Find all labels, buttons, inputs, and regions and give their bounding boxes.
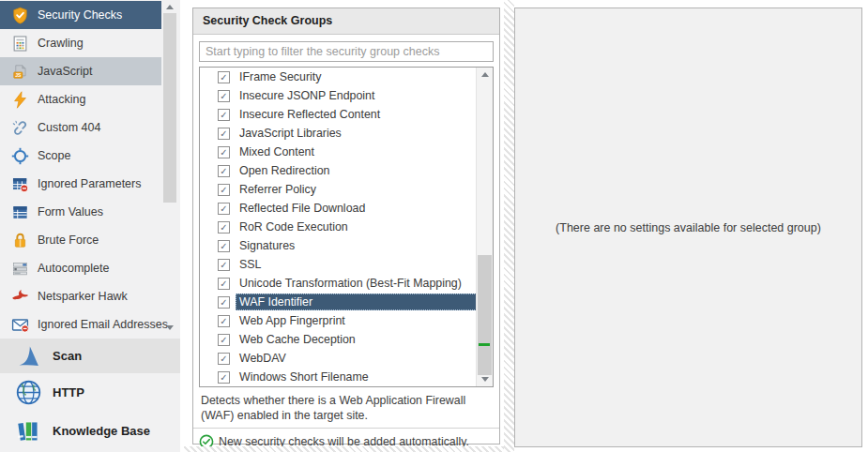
sidebar-item-label: Autocomplete [38,262,109,275]
check-label[interactable]: Insecure JSONP Endpoint [236,87,477,104]
security-check-row-ssl[interactable]: ✓SSL [200,255,477,274]
security-check-row-unicode-transformation-best-fit-mapping[interactable]: ✓Unicode Transformation (Best-Fit Mappin… [200,274,477,293]
security-check-row-referrer-policy[interactable]: ✓Referrer Policy [200,180,477,199]
check-label[interactable]: Open Redirection [236,162,477,179]
checkbox[interactable]: ✓ [218,371,230,384]
sidebar-item-ignored-email-addresses[interactable]: Ignored Email Addresses [0,310,161,339]
sidebar-item-label: Brute Force [38,234,99,247]
sidebar-scrollbar[interactable] [162,1,177,335]
security-check-row-insecure-jsonp-endpoint[interactable]: ✓Insecure JSONP Endpoint [200,86,477,105]
security-check-row-waf-identifier[interactable]: ✓WAF Identifier [200,293,477,311]
sidebar-item-netsparker-hawk[interactable]: Netsparker Hawk [0,282,161,310]
checkbox[interactable]: ✓ [218,203,230,215]
check-label[interactable]: Windows Short Filename [236,369,477,385]
checkbox[interactable]: ✓ [218,109,230,121]
checkbox[interactable]: ✓ [218,221,230,234]
sidebar-section-label: Knowledge Base [53,424,150,438]
sidebar-item-security-checks[interactable]: Security Checks [0,1,161,29]
list-scrollbar[interactable] [476,68,493,386]
table-exclude-icon [11,175,29,193]
sidebar-section-knowledge-base[interactable]: Knowledge Base [0,412,180,450]
check-label[interactable]: RoR Code Execution [236,218,477,235]
security-check-row-signatures[interactable]: ✓Signatures [200,236,477,255]
globe-icon [15,379,42,406]
filter-input[interactable] [199,41,494,62]
checkbox[interactable]: ✓ [218,90,230,102]
books-icon [15,417,42,444]
table-icon [11,203,29,221]
check-label[interactable]: IFrame Security [236,68,477,85]
sidebar: Security ChecksCrawlingJSJavaScriptAttac… [0,0,180,452]
list-scrollbar-thumb[interactable] [478,255,492,375]
security-check-row-javascript-libraries[interactable]: ✓JavaScript Libraries [200,124,477,143]
scope-ring-icon [11,147,29,165]
form-rows-icon [11,260,29,278]
sidebar-item-label: Netsparker Hawk [38,290,128,303]
check-label[interactable]: WebDAV [236,350,477,367]
sidebar-section-http[interactable]: HTTP [0,373,180,412]
check-label[interactable]: Web Cache Deception [236,331,477,348]
security-check-row-web-app-fingerprint[interactable]: ✓Web App Fingerprint [200,311,477,330]
checkbox[interactable]: ✓ [218,296,230,309]
sidebar-section-scan[interactable]: Scan [0,339,180,373]
javascript-file-icon: JS [11,63,29,81]
sidebar-item-label: Ignored Email Addresses [38,318,168,331]
check-label[interactable]: Insecure Reflected Content [236,106,477,123]
sidebar-item-javascript[interactable]: JSJavaScript [0,57,161,85]
sidebar-item-brute-force[interactable]: Brute Force [0,226,161,254]
security-check-groups-groupbox: Security Check Groups ✓IFrame Security✓I… [192,8,500,444]
security-check-row-ror-code-execution[interactable]: ✓RoR Code Execution [200,218,477,236]
security-check-row-open-redirection[interactable]: ✓Open Redirection [200,161,477,180]
security-check-row-insecure-reflected-content[interactable]: ✓Insecure Reflected Content [200,105,477,124]
security-check-groups-area: Security Check Groups ✓IFrame Security✓I… [184,0,504,452]
sidebar-item-scope[interactable]: Scope [0,142,161,170]
checkbox[interactable]: ✓ [218,259,230,271]
scrollbar-selection-marker [479,343,490,346]
check-label[interactable]: WAF Identifier [236,294,477,310]
check-label[interactable]: Reflected File Download [236,200,477,217]
check-label[interactable]: Signatures [236,237,477,254]
check-label[interactable]: SSL [236,256,477,273]
sidebar-item-form-values[interactable]: Form Values [0,198,161,226]
hawk-icon [11,288,29,306]
security-check-row-web-cache-deception[interactable]: ✓Web Cache Deception [200,330,477,349]
check-label[interactable]: Referrer Policy [236,181,477,198]
check-label[interactable]: JavaScript Libraries [236,125,477,142]
security-check-row-mixed-content[interactable]: ✓Mixed Content [200,143,477,161]
sidebar-item-autocomplete[interactable]: Autocomplete [0,254,161,282]
checkbox[interactable]: ✓ [218,353,230,365]
list-scroll-down-arrow-icon[interactable] [477,372,493,386]
security-check-row-reflected-file-download[interactable]: ✓Reflected File Download [200,199,477,218]
sidebar-item-label: Form Values [38,205,103,218]
list-scroll-up-arrow-icon[interactable] [477,68,493,82]
checkbox[interactable]: ✓ [218,240,230,252]
checkbox[interactable]: ✓ [218,184,230,196]
sidebar-item-attacking[interactable]: Attacking [0,85,161,113]
checkbox[interactable]: ✓ [218,146,230,158]
checkbox[interactable]: ✓ [218,278,230,290]
sidebar-item-label: Crawling [38,37,84,50]
sidebar-item-crawling[interactable]: Crawling [0,29,161,57]
security-check-row-webdav[interactable]: ✓WebDAV [200,349,477,368]
sidebar-scrollbar-thumb[interactable] [163,13,176,203]
sidebar-item-custom-404[interactable]: Custom 404 [0,113,161,142]
security-check-row-windows-short-filename[interactable]: ✓Windows Short Filename [200,368,477,386]
checkbox[interactable]: ✓ [218,71,230,83]
sidebar-scroll-up-arrow-icon[interactable] [162,1,177,12]
crawl-document-icon [11,35,29,53]
sidebar-section-label: Scan [53,349,82,363]
checkbox[interactable]: ✓ [218,165,230,177]
security-checks-rows: ✓IFrame Security✓Insecure JSONP Endpoint… [200,68,477,386]
sidebar-scroll-down-arrow-icon[interactable] [162,322,177,333]
check-label[interactable]: Web App Fingerprint [236,312,477,329]
checkbox[interactable]: ✓ [218,334,230,346]
sidebar-item-label: Custom 404 [38,121,100,134]
check-label[interactable]: Mixed Content [236,143,477,160]
check-label[interactable]: Unicode Transformation (Best-Fit Mapping… [236,275,477,292]
svg-text:JS: JS [15,71,22,77]
shark-fin-icon [15,342,42,369]
checkbox[interactable]: ✓ [218,315,230,327]
sidebar-item-ignored-parameters[interactable]: Ignored Parameters [0,170,161,198]
checkbox[interactable]: ✓ [218,128,230,140]
security-check-row-iframe-security[interactable]: ✓IFrame Security [200,68,477,86]
